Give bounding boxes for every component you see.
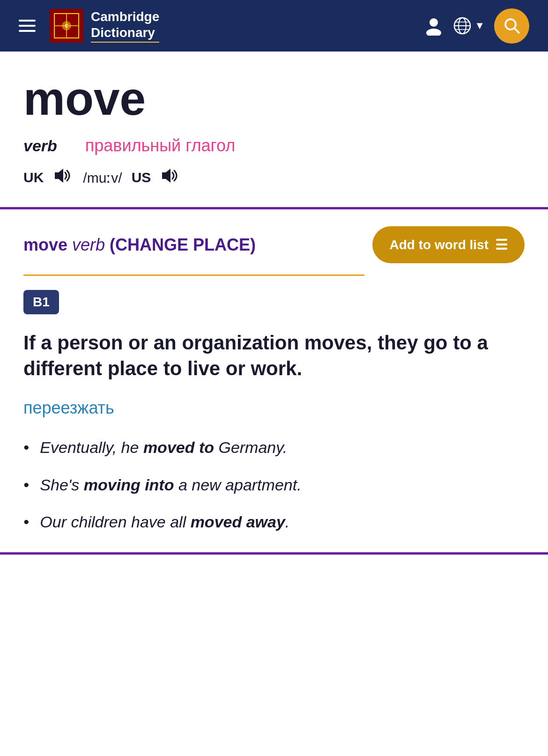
pronunciation-row: UK /muːv/ US [23,167,525,188]
add-to-word-list-label: Add to word list [389,237,489,252]
example-1: • Eventually, he moved to Germany. [23,437,525,459]
logo-area[interactable]: C Cambridge Dictionary [50,9,159,43]
speaker-icon [53,167,74,185]
word-russian-type: правильный глагол [85,136,235,156]
def-title-sense: (CHANGE PLACE) [110,235,256,254]
svg-line-14 [514,28,519,33]
globe-icon [453,16,472,35]
us-label: US [132,170,151,185]
example-3-bold: moved away [191,513,285,531]
example-1-after: Germany. [214,438,287,456]
translation-link[interactable]: переезжать [23,398,525,418]
search-icon [503,17,521,35]
pronunciation-text: /muːv/ [83,170,122,186]
bullet-2: • [23,476,29,494]
logo-crest-icon: C [50,9,83,43]
us-audio-button[interactable] [160,167,181,188]
example-2-after: a new apartment. [174,476,301,494]
def-title-word: move [23,235,67,254]
bullet-1: • [23,438,29,456]
example-3: • Our children have all moved away. [23,511,525,534]
definition-title: move verb (CHANGE PLACE) [23,235,256,255]
language-selector-button[interactable]: ▼ [453,16,485,35]
word-title: move [23,75,525,122]
header-right: ▼ [424,8,529,44]
chevron-down-icon: ▼ [474,20,485,32]
word-meta-row: verb правильный глагол [23,136,525,156]
bottom-spacer [23,555,525,592]
def-title-type: verb [72,235,105,254]
example-2-bold: moving into [84,476,174,494]
bullet-3: • [23,513,29,531]
main-content: move verb правильный глагол UK /muːv/ US [0,52,548,592]
logo-text: Cambridge Dictionary [91,9,159,43]
example-3-before: Our children have all [40,513,190,531]
svg-text:C: C [65,23,68,29]
definition-text: If a person or an organization moves, th… [23,330,525,381]
user-account-button[interactable] [424,16,444,36]
speaker-icon [160,167,181,185]
word-type: verb [23,137,57,155]
user-icon [424,16,444,36]
example-1-bold: moved to [143,438,214,456]
level-badge: B1 [23,290,59,314]
header: C Cambridge Dictionary ▼ [0,0,548,52]
uk-label: UK [23,170,44,185]
yellow-divider [23,274,364,276]
uk-audio-button[interactable] [53,167,74,188]
add-to-word-list-button[interactable]: Add to word list ☰ [372,226,525,263]
svg-point-6 [430,18,438,27]
definition-section: move verb (CHANGE PLACE) Add to word lis… [23,209,525,534]
search-button[interactable] [494,8,529,44]
hamburger-menu-button[interactable] [19,20,36,32]
list-icon: ☰ [495,237,508,253]
definition-header: move verb (CHANGE PLACE) Add to word lis… [23,226,525,263]
example-1-before: Eventually, he [40,438,143,456]
svg-point-7 [426,29,441,36]
svg-marker-15 [55,169,63,183]
header-left: C Cambridge Dictionary [19,9,159,43]
example-2: • She's moving into a new apartment. [23,474,525,497]
example-2-before: She's [40,476,83,494]
example-3-after: . [285,513,289,531]
svg-marker-16 [162,169,170,183]
